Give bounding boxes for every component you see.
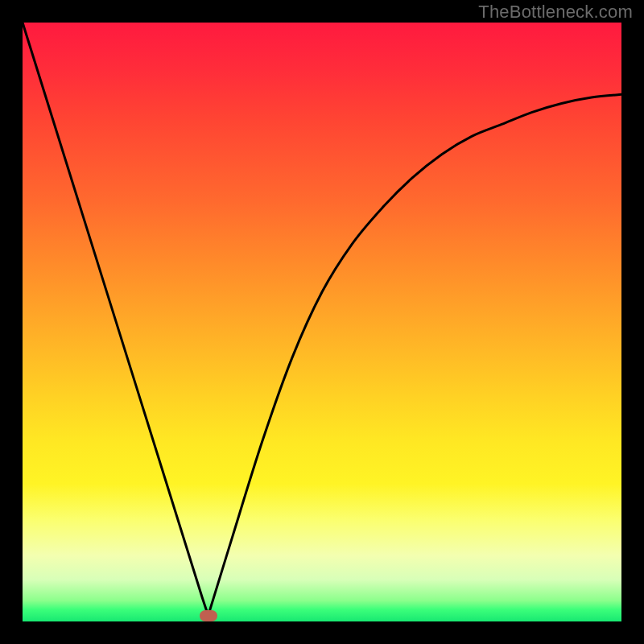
watermark-text: TheBottleneck.com bbox=[478, 2, 633, 23]
plot-area bbox=[23, 23, 621, 621]
bottleneck-curve bbox=[23, 23, 621, 621]
chart-frame: TheBottleneck.com bbox=[0, 0, 644, 644]
min-marker bbox=[200, 610, 217, 621]
